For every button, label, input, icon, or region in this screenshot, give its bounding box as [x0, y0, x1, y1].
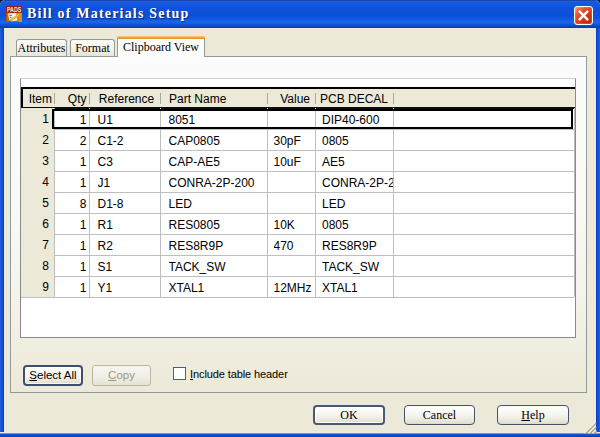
- svg-text:PADS: PADS: [7, 6, 22, 13]
